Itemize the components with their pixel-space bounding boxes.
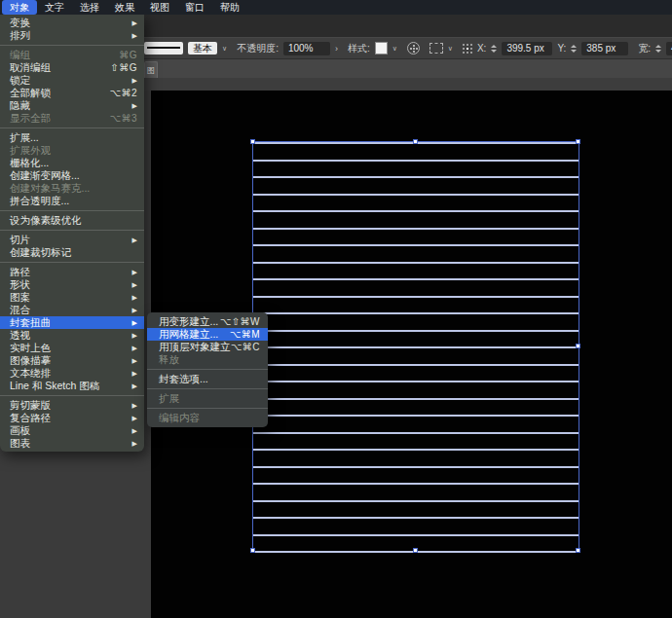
menu-item-show-all: 显示全部⌥⌘3 xyxy=(0,112,144,125)
menu-item-group: 编组⌘G xyxy=(0,49,144,61)
menu-item-image-trace[interactable]: 图像描摹▶ xyxy=(0,354,144,367)
menu-item-blend[interactable]: 混合▶ xyxy=(0,304,144,316)
menu-item-label: 编组 xyxy=(10,49,30,62)
menubar-item-help[interactable]: 帮助 xyxy=(212,0,247,15)
recolor-artwork-icon[interactable] xyxy=(407,42,420,55)
menubar-item-effect[interactable]: 效果 xyxy=(107,0,142,15)
menu-item-create-gradient-mesh[interactable]: 创建渐变网格... xyxy=(0,169,144,182)
menu-item-shortcut: ⌥⌘2 xyxy=(109,88,137,98)
submenu-item-envelope-options[interactable]: 封套选项... xyxy=(147,373,268,385)
menu-item-arrange[interactable]: 排列▶ xyxy=(0,29,144,42)
stepper-icon[interactable] xyxy=(491,45,497,53)
submenu-item-make-with-warp[interactable]: 用变形建立...⌥⇧⌘W xyxy=(147,315,268,328)
chevron-down-icon[interactable]: ∨ xyxy=(448,45,453,53)
selection-handle[interactable] xyxy=(576,344,580,348)
menu-item-path[interactable]: 路径▶ xyxy=(0,266,144,278)
document-tab-label: 图 xyxy=(147,65,155,76)
menu-item-lock[interactable]: 锁定▶ xyxy=(0,74,144,87)
expand-arrow-icon[interactable]: › xyxy=(335,44,338,54)
submenu-arrow-icon: ▶ xyxy=(132,402,137,410)
menu-item-shortcut: ⌥⌘C xyxy=(231,342,260,352)
menu-item-envelope-distort[interactable]: 封套扭曲▶ xyxy=(0,316,144,329)
menu-item-expand[interactable]: 扩展... xyxy=(0,131,144,144)
select-similar-icon[interactable] xyxy=(429,43,443,54)
menubar-item-type[interactable]: 文字 xyxy=(37,0,72,15)
horizontal-line xyxy=(253,330,579,332)
submenu-arrow-icon: ▶ xyxy=(132,319,137,327)
menu-item-graph[interactable]: 图表▶ xyxy=(0,437,144,450)
menu-item-shortcut: ⇧⌘G xyxy=(110,62,137,73)
submenu-item-make-with-mesh[interactable]: 用网格建立...⌥⌘M xyxy=(147,328,268,341)
menu-item-compound-path[interactable]: 复合路径▶ xyxy=(0,412,144,424)
menu-bar: 对象 文字 选择 效果 视图 窗口 帮助 xyxy=(0,0,672,15)
menu-item-label: 设为像素级优化 xyxy=(10,214,82,228)
menu-item-slice[interactable]: 切片▶ xyxy=(0,234,144,246)
menu-item-label: Line 和 Sketch 图稿 xyxy=(10,380,99,393)
menu-item-label: 切片 xyxy=(10,234,30,247)
menu-item-clipping-mask[interactable]: 剪切蒙版▶ xyxy=(0,399,144,412)
selection-handle[interactable] xyxy=(413,139,418,144)
chevron-down-icon[interactable]: ∨ xyxy=(222,45,227,53)
menu-item-label: 编辑内容 xyxy=(159,412,200,425)
menu-item-ungroup[interactable]: 取消编组⇧⌘G xyxy=(0,61,144,74)
horizontal-line xyxy=(253,517,579,519)
menu-item-rasterize[interactable]: 栅格化... xyxy=(0,157,144,169)
submenu-arrow-icon: ▶ xyxy=(132,357,137,365)
menu-item-shortcut: ⌥⇧⌘W xyxy=(220,316,260,327)
menubar-item-select[interactable]: 选择 xyxy=(72,0,107,15)
menu-item-text-wrap[interactable]: 文本绕排▶ xyxy=(0,367,144,380)
menu-item-create-crop-marks[interactable]: 创建裁切标记 xyxy=(0,246,144,259)
selection-handle[interactable] xyxy=(576,139,580,144)
stroke-preview[interactable] xyxy=(144,42,183,55)
submenu-arrow-icon: ▶ xyxy=(132,19,137,27)
reference-point-icon[interactable] xyxy=(463,44,472,54)
menu-item-make-pixel-perfect[interactable]: 设为像素级优化 xyxy=(0,214,144,227)
menu-item-label: 锁定 xyxy=(10,74,30,88)
submenu-item-make-with-top-object[interactable]: 用顶层对象建立⌥⌘C xyxy=(147,341,268,353)
selected-lines-artwork[interactable] xyxy=(252,141,579,552)
menu-item-line-sketch-art[interactable]: Line 和 Sketch 图稿▶ xyxy=(0,380,144,392)
menu-item-artboards[interactable]: 画板▶ xyxy=(0,424,144,437)
menu-item-transform[interactable]: 变换▶ xyxy=(0,17,144,29)
menu-item-unlock-all[interactable]: 全部解锁⌥⌘2 xyxy=(0,87,144,99)
menubar-item-object[interactable]: 对象 xyxy=(2,0,37,15)
stepper-icon[interactable] xyxy=(571,45,577,53)
selection-handle[interactable] xyxy=(576,548,580,553)
menu-item-shape[interactable]: 形状▶ xyxy=(0,278,144,291)
menu-item-label: 扩展外观 xyxy=(10,144,51,158)
horizontal-line xyxy=(253,381,579,382)
opacity-input[interactable]: 100% xyxy=(283,42,330,55)
width-label: 宽: xyxy=(638,42,651,55)
x-label: X: xyxy=(477,43,486,54)
y-input[interactable]: 385 px xyxy=(581,42,628,55)
menu-item-perspective[interactable]: 透视▶ xyxy=(0,329,144,342)
menu-item-hide[interactable]: 隐藏▶ xyxy=(0,99,144,112)
menu-item-flatten-transparency[interactable]: 拼合透明度... xyxy=(0,195,144,207)
y-label: Y: xyxy=(557,43,566,54)
selection-handle[interactable] xyxy=(250,548,255,553)
horizontal-line xyxy=(253,534,579,536)
submenu-arrow-icon: ▶ xyxy=(132,332,137,340)
x-input[interactable]: 399.5 px xyxy=(502,42,552,55)
chevron-down-icon[interactable]: ∨ xyxy=(392,45,397,53)
submenu-arrow-icon: ▶ xyxy=(132,294,137,302)
menu-item-label: 封套扭曲 xyxy=(10,316,51,330)
horizontal-line xyxy=(253,262,579,264)
selection-handle[interactable] xyxy=(250,139,255,144)
menu-item-label: 创建裁切标记 xyxy=(10,246,71,260)
menu-item-pattern[interactable]: 图案▶ xyxy=(0,291,144,304)
menubar-item-view[interactable]: 视图 xyxy=(142,0,177,15)
graphic-style-select[interactable]: 基本 xyxy=(188,42,217,55)
document-tab[interactable]: 图 xyxy=(144,61,158,78)
style-label: 样式: xyxy=(348,42,370,55)
stepper-icon[interactable] xyxy=(655,45,661,53)
width-input[interactable]: 485 px xyxy=(666,42,672,55)
horizontal-line xyxy=(253,312,579,314)
menubar-item-window[interactable]: 窗口 xyxy=(177,0,212,15)
style-swatch[interactable] xyxy=(375,42,388,55)
menu-item-label: 图案 xyxy=(10,291,30,305)
menu-item-live-paint[interactable]: 实时上色▶ xyxy=(0,342,144,354)
submenu-arrow-icon: ▶ xyxy=(132,281,137,289)
selection-handle[interactable] xyxy=(413,548,418,553)
menu-item-label: 图表 xyxy=(10,437,30,451)
